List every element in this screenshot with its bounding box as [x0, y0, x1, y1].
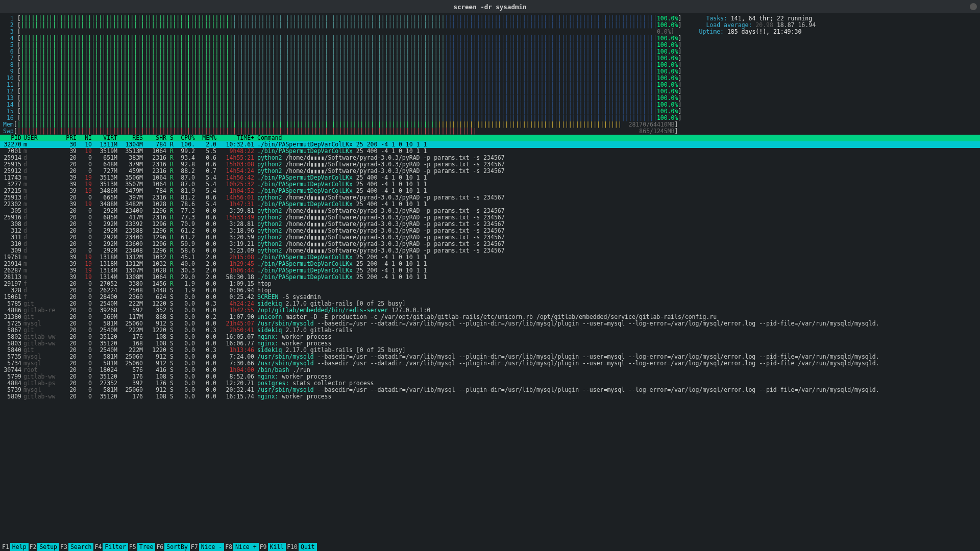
- process-row[interactable]: 308d200292M233921296R70.90.03:28.81pytho…: [0, 221, 980, 228]
- fkey-action-quit[interactable]: Quit: [299, 543, 317, 551]
- process-row[interactable]: 5734mysql200581M25060912S0.00.07:30.66/u…: [0, 360, 980, 367]
- fkey-F1: F1: [1, 543, 10, 551]
- col-pid[interactable]: PID: [1, 135, 21, 141]
- process-row[interactable]: 5802gitlab-ww20035120176108S0.00.016:05.…: [0, 334, 980, 340]
- mem-meters: Mem[||||||||||||||||||||||||||||||||||||…: [3, 121, 977, 135]
- col-command[interactable]: Command: [254, 135, 979, 141]
- col-user[interactable]: USER: [21, 135, 61, 141]
- fkey-F4: F4: [93, 543, 103, 551]
- process-row[interactable]: 7001m39193519M3513M1064R99.25.59h48:22./…: [0, 148, 980, 155]
- fkey-action-tree[interactable]: Tree: [137, 543, 156, 551]
- process-row[interactable]: 29197f2002705233801456R1.90.01:09.15htop: [0, 281, 980, 287]
- fkey-F10: F10: [286, 543, 299, 551]
- col-virt[interactable]: VIRT: [92, 135, 117, 141]
- process-row[interactable]: 28113m39191314M1308M1064R29.02.058:30.18…: [0, 274, 980, 281]
- process-row[interactable]: 312d200292M235881296R61.20.03:18.96pytho…: [0, 228, 980, 234]
- swp-meter: Swp[||||||||||||||||||||||||||||||||||||…: [3, 128, 977, 135]
- fkey-F8: F8: [224, 543, 233, 551]
- process-list[interactable]: 32270m30101311M1304M784R100.2.010:32.61.…: [0, 141, 980, 400]
- process-row[interactable]: 4884gitlab-ps20027352392176S0.00.012:20.…: [0, 380, 980, 387]
- fkey-F9: F9: [259, 543, 268, 551]
- fkey-F7: F7: [190, 543, 199, 551]
- process-row[interactable]: 5785git2002540M222M1220S0.00.34h24:24sid…: [0, 300, 980, 307]
- process-row[interactable]: 5803gitlab-ww20035120168108S0.00.016:06.…: [0, 340, 980, 347]
- close-icon[interactable]: [970, 3, 977, 10]
- process-row[interactable]: 4886gitlab-re20039268592352S0.00.01h42:5…: [0, 307, 980, 314]
- process-row[interactable]: 5840git2002540M222M1220S0.00.31h13:46sid…: [0, 347, 980, 354]
- process-row[interactable]: 23914m39191318M1312M1032R40.02.01h29:45.…: [0, 261, 980, 267]
- fkey-F6: F6: [155, 543, 164, 551]
- cpu-meters: 1 [|||||||||||||||||||||||||||||||||||||…: [3, 15, 977, 121]
- process-row[interactable]: 5725mysql200581M25060912S0.00.021h45:07/…: [0, 320, 980, 327]
- process-header[interactable]: PIDUSERPRINIVIRTRESSHRSCPU%MEM%TIME+Comm…: [0, 135, 980, 141]
- process-row[interactable]: 22302m39193488M3482M1028R78.65.41h47:31.…: [0, 201, 980, 208]
- fkey-action-filter[interactable]: Filter: [103, 543, 128, 551]
- col-time+[interactable]: TIME+: [216, 135, 254, 141]
- process-row[interactable]: 310d200292M236001296R59.90.03:19.21pytho…: [0, 241, 980, 247]
- htop-body: 1 [|||||||||||||||||||||||||||||||||||||…: [0, 13, 980, 135]
- process-row[interactable]: 26287m39191314M1307M1028R30.32.01h06:44.…: [0, 267, 980, 274]
- process-row[interactable]: 32270m30101311M1304M784R100.2.010:32.61.…: [0, 141, 980, 148]
- process-row[interactable]: 309d200292M234081296R58.60.03:23.09pytho…: [0, 247, 980, 254]
- process-row[interactable]: 25912d200727M459M2316R88.20.714h54:24pyt…: [0, 168, 980, 174]
- process-row[interactable]: 31380git200369M117M868S0.00.21:07.90unic…: [0, 314, 980, 320]
- process-row[interactable]: 5809gitlab-ww20035120176108S0.00.016:15.…: [0, 393, 980, 400]
- process-row[interactable]: 11743m39193513M3506M1064R87.05.414h56:42…: [0, 174, 980, 181]
- col-ni[interactable]: NI: [77, 135, 92, 141]
- function-key-bar[interactable]: F1HelpF2SetupF3SearchF4FilterF5TreeF6Sor…: [0, 543, 980, 551]
- fkey-action-setup[interactable]: Setup: [37, 543, 59, 551]
- fkey-action-nice-[interactable]: Nice +: [233, 543, 259, 551]
- process-row[interactable]: 311d200292M234001296R61.20.03:20.59pytho…: [0, 234, 980, 241]
- col-pri[interactable]: PRI: [61, 135, 77, 141]
- process-row[interactable]: 25916d200685M417M2316R77.30.615h33:49pyt…: [0, 214, 980, 221]
- process-row[interactable]: 5799gitlab-ww20035120176108S0.00.08:52.0…: [0, 373, 980, 380]
- process-row[interactable]: 328d2002622425081448S1.90.00:06.94htop: [0, 287, 980, 294]
- fkey-action-kill[interactable]: Kill: [268, 543, 286, 551]
- process-row[interactable]: 30744root20018024576416S0.00.01h04:00/bi…: [0, 367, 980, 373]
- process-row[interactable]: 5867git2002540M222M1220S0.00.32h50:41sid…: [0, 327, 980, 334]
- fkey-action-search[interactable]: Search: [68, 543, 94, 551]
- process-row[interactable]: 5735mysql200581M25060912S0.00.07:24.00/u…: [0, 354, 980, 360]
- fkey-action-sortby[interactable]: SortBy: [164, 543, 190, 551]
- fkey-F3: F3: [59, 543, 68, 551]
- col-mem%[interactable]: MEM%: [195, 135, 216, 141]
- process-row[interactable]: 27215m39193486M3479M784R81.95.41h04:52./…: [0, 188, 980, 194]
- process-row[interactable]: 19761m39191318M1312M1032R45.12.02h15:08.…: [0, 254, 980, 261]
- process-row[interactable]: 25915d200648M379M2316R92.80.615h03:08pyt…: [0, 161, 980, 168]
- fkey-F5: F5: [128, 543, 137, 551]
- col-s[interactable]: S: [166, 135, 174, 141]
- process-row[interactable]: 305d200292M234001296R77.30.03:39.81pytho…: [0, 208, 980, 214]
- col-shr[interactable]: SHR: [143, 135, 166, 141]
- fkey-F2: F2: [29, 543, 38, 551]
- process-row[interactable]: 25914d200651M383M2316R93.40.614h55:21pyt…: [0, 155, 980, 161]
- fkey-action-help[interactable]: Help: [10, 543, 29, 551]
- process-row[interactable]: 25913d200665M397M2316R81.20.614h56:01pyt…: [0, 194, 980, 201]
- process-row[interactable]: 3277m39193513M3507M1064R87.05.410h25:32.…: [0, 181, 980, 188]
- col-res[interactable]: RES: [117, 135, 143, 141]
- fkey-action-nice-[interactable]: Nice -: [199, 543, 225, 551]
- process-row[interactable]: 15061f200284002360624S0.00.00:25.42SCREE…: [0, 294, 980, 300]
- window-title: screen -dr sysadmin: [454, 4, 527, 10]
- process-row[interactable]: 5739mysql200581M25060912S0.00.020:32.41/…: [0, 387, 980, 393]
- window-titlebar: screen -dr sysadmin: [0, 0, 980, 13]
- col-cpu%[interactable]: CPU%: [174, 135, 195, 141]
